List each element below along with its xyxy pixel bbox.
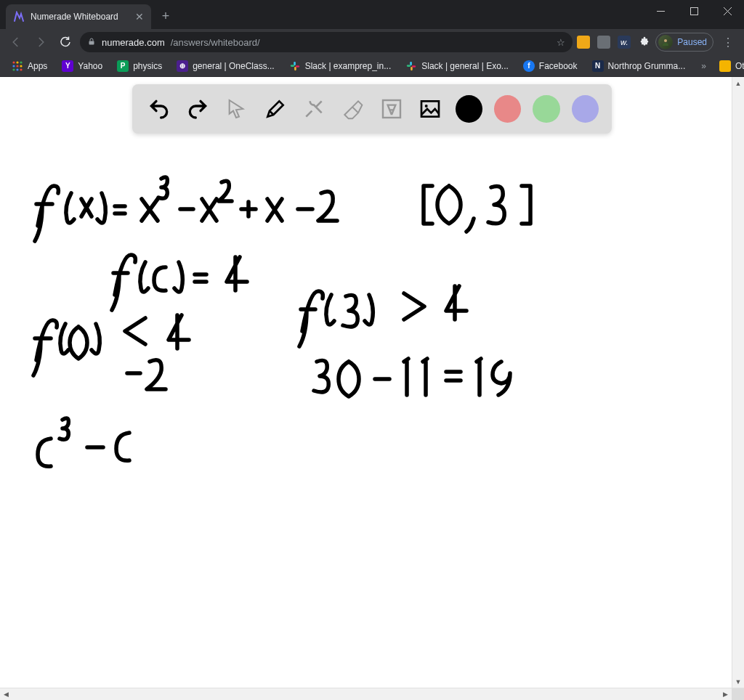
profile-label: Paused — [677, 37, 707, 47]
window-close-button[interactable] — [711, 0, 744, 22]
bookmark-label: Northrop Grumma... — [608, 61, 686, 71]
redo-button[interactable] — [184, 95, 211, 123]
eraser-tool-button[interactable] — [339, 95, 366, 123]
extension-icons: w. — [577, 36, 651, 49]
slack-icon — [405, 60, 417, 72]
svg-rect-15 — [294, 61, 296, 65]
browser-menu-button[interactable]: ⋮ — [718, 36, 738, 49]
whiteboard-canvas[interactable] — [0, 77, 732, 688]
svg-point-5 — [664, 39, 667, 42]
bookmark-label: physics — [133, 61, 162, 71]
folder-icon — [719, 60, 731, 72]
image-tool-button[interactable] — [416, 95, 443, 123]
svg-rect-22 — [412, 65, 416, 68]
svg-point-14 — [20, 68, 22, 70]
undo-button[interactable] — [145, 95, 172, 123]
bookmark-label: Slack | general | Exo... — [421, 61, 509, 71]
bookmark-item[interactable]: Slack | general | Exo... — [400, 57, 514, 75]
svg-point-6 — [12, 61, 15, 63]
bookmark-item[interactable]: N Northrop Grumma... — [586, 57, 692, 75]
window-minimize-button[interactable] — [644, 0, 677, 22]
svg-rect-16 — [291, 65, 294, 67]
pen-tool-button[interactable] — [262, 95, 288, 123]
bookmark-item[interactable]: f Facebook — [517, 57, 583, 75]
bookmark-favicon: P — [117, 60, 129, 72]
extension-icon[interactable] — [597, 36, 610, 49]
bookmark-label: general | OneClass... — [193, 61, 275, 71]
scroll-left-button[interactable]: ◀ — [0, 688, 12, 700]
extension-icon[interactable]: w. — [618, 36, 631, 49]
nav-reload-button[interactable] — [55, 32, 76, 52]
url-host: numerade.com — [102, 37, 165, 48]
tools-settings-button[interactable] — [300, 95, 327, 123]
url-input[interactable]: numerade.com/answers/whiteboard/ ☆ — [80, 32, 573, 52]
scroll-right-button[interactable]: ▶ — [719, 688, 732, 700]
browser-tab[interactable]: Numerade Whiteboard ✕ — [6, 4, 151, 29]
bookmark-favicon: ⊕ — [177, 60, 188, 72]
avatar-icon — [658, 35, 673, 49]
bookmark-star-icon[interactable]: ☆ — [557, 37, 565, 48]
svg-rect-19 — [410, 61, 412, 65]
bookmark-item[interactable]: Y Yahoo — [56, 57, 108, 75]
bookmark-label: Facebook — [539, 61, 578, 71]
slack-icon — [289, 60, 301, 72]
bookmark-item[interactable]: P physics — [111, 57, 168, 75]
bookmark-item[interactable]: ⊕ general | OneClass... — [171, 57, 280, 75]
bookmark-favicon: N — [592, 60, 604, 72]
svg-point-10 — [16, 65, 18, 67]
svg-rect-18 — [296, 65, 299, 68]
color-purple-button[interactable] — [572, 95, 599, 123]
url-path: /answers/whiteboard/ — [171, 37, 260, 48]
bookmarks-overflow-button[interactable]: » — [697, 61, 711, 71]
svg-rect-24 — [421, 101, 439, 116]
extensions-puzzle-icon[interactable] — [638, 36, 651, 49]
text-tool-button[interactable] — [378, 95, 405, 123]
handwriting-svg — [0, 77, 732, 688]
nav-forward-button[interactable] — [31, 32, 51, 52]
color-green-button[interactable] — [533, 95, 559, 123]
svg-point-9 — [12, 65, 15, 67]
bookmark-item[interactable]: Slack | examprep_in... — [283, 57, 397, 75]
browser-title-bar: Numerade Whiteboard ✕ + — [0, 0, 744, 29]
tab-title: Numerade Whiteboard — [31, 12, 129, 22]
svg-rect-23 — [383, 100, 400, 118]
horizontal-scrollbar[interactable]: ◀ ▶ — [0, 688, 744, 700]
other-bookmarks-button[interactable]: Other bookmarks — [713, 57, 744, 75]
pointer-tool-button[interactable] — [223, 95, 250, 123]
apps-icon — [12, 60, 23, 72]
svg-point-25 — [425, 105, 428, 107]
bookmark-label: Slack | examprep_in... — [305, 61, 392, 71]
tab-close-icon[interactable]: ✕ — [135, 11, 144, 23]
whiteboard-toolbar — [132, 84, 612, 134]
svg-rect-4 — [89, 41, 94, 44]
window-maximize-button[interactable] — [677, 0, 711, 22]
tab-favicon — [13, 11, 25, 23]
bookmark-favicon: f — [523, 60, 535, 72]
browser-address-bar: numerade.com/answers/whiteboard/ ☆ w. Pa… — [0, 29, 744, 55]
svg-point-7 — [16, 61, 18, 63]
new-tab-button[interactable]: + — [155, 6, 176, 26]
vertical-scrollbar[interactable]: ▲ ▼ — [732, 77, 744, 688]
svg-point-8 — [20, 61, 22, 63]
svg-point-12 — [12, 68, 15, 70]
lock-icon — [87, 37, 96, 48]
bookmark-label: Yahoo — [78, 61, 102, 71]
bookmarks-bar: Apps Y Yahoo P physics ⊕ general | OneCl… — [0, 55, 744, 77]
svg-point-11 — [20, 65, 22, 67]
svg-rect-17 — [294, 66, 296, 70]
color-black-button[interactable] — [456, 95, 482, 123]
bookmark-favicon: Y — [62, 60, 73, 72]
extension-icon[interactable] — [577, 36, 590, 49]
color-red-button[interactable] — [494, 95, 521, 123]
bookmark-apps[interactable]: Apps — [6, 57, 53, 75]
scroll-down-button[interactable]: ▼ — [732, 675, 744, 688]
svg-point-13 — [16, 68, 18, 70]
svg-rect-20 — [407, 65, 411, 67]
window-controls — [644, 0, 744, 22]
nav-back-button[interactable] — [6, 32, 26, 52]
scroll-up-button[interactable]: ▲ — [732, 77, 744, 89]
svg-rect-1 — [690, 7, 698, 15]
bookmark-label: Apps — [28, 61, 47, 71]
profile-button[interactable]: Paused — [655, 33, 713, 52]
page-content: ▲ ▼ — [0, 77, 744, 688]
